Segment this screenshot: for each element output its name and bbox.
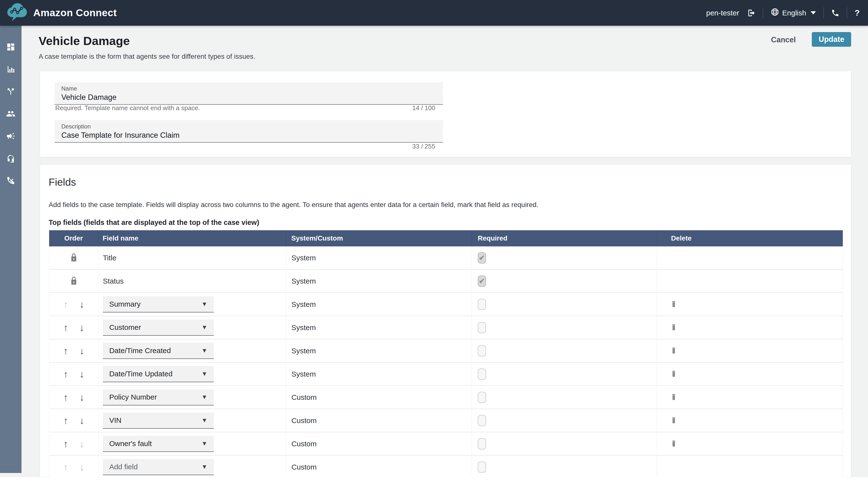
field-select[interactable]: Date/Time Created ▼: [103, 343, 214, 359]
delete-icon[interactable]: [671, 416, 677, 425]
move-down-icon[interactable]: ↓: [80, 346, 84, 356]
delete-icon[interactable]: [671, 439, 677, 448]
move-down-icon: ↓: [80, 439, 84, 449]
column-header-order: Order: [49, 230, 98, 247]
table-row-summary: ↑ ↓ Summary ▼ System: [49, 293, 843, 316]
move-down-icon[interactable]: ↓: [80, 393, 84, 402]
sidebar: [0, 26, 22, 473]
sidebar-item-users[interactable]: [6, 109, 16, 118]
table-row-owners-fault: ↑ ↓ Owner's fault ▼ Custom: [49, 432, 843, 456]
move-down-icon[interactable]: ↓: [80, 416, 84, 426]
table-row-customer: ↑ ↓ Customer ▼ System: [49, 316, 843, 339]
system-custom-label: System: [291, 277, 316, 285]
select-caret-icon: ▼: [202, 440, 208, 447]
table-row-vin: ↑ ↓ VIN ▼ Custom: [49, 409, 843, 432]
move-up-icon[interactable]: ↑: [63, 416, 68, 426]
sidebar-item-routing[interactable]: [6, 87, 16, 96]
table-row-date-time-created: ↑ ↓ Date/Time Created ▼ System: [49, 339, 843, 363]
description-char-counter: 33 / 255: [412, 143, 435, 150]
required-checkbox[interactable]: [478, 392, 486, 403]
app-header: Amazon Connect pen-tester English: [0, 0, 868, 26]
system-custom-label: System: [291, 347, 316, 355]
globe-icon: [771, 7, 779, 18]
delete-icon[interactable]: [671, 300, 677, 309]
field-name-label: Status: [103, 277, 124, 285]
select-caret-icon: ▼: [202, 463, 208, 470]
select-caret-icon: ▼: [202, 301, 208, 308]
field-select[interactable]: Customer ▼: [103, 319, 214, 336]
fields-card: Fields Add fields to the case template. …: [40, 164, 851, 477]
move-up-icon[interactable]: ↑: [63, 369, 68, 379]
move-up-icon[interactable]: ↑: [63, 393, 68, 402]
sidebar-item-metrics[interactable]: [6, 65, 16, 74]
sidebar-item-dashboard[interactable]: [6, 42, 16, 52]
move-up-icon[interactable]: ↑: [63, 439, 68, 449]
delete-icon[interactable]: [671, 346, 677, 355]
help-icon[interactable]: ?: [855, 8, 860, 18]
required-checkbox[interactable]: [478, 461, 486, 473]
field-select[interactable]: Owner's fault ▼: [103, 436, 214, 452]
sidebar-item-phone-calls[interactable]: [6, 176, 16, 185]
page-title: Vehicle Damage: [39, 34, 130, 48]
language-label: English: [782, 9, 806, 17]
brand-title: Amazon Connect: [33, 7, 117, 19]
required-checkbox[interactable]: [478, 299, 486, 310]
update-button[interactable]: Update: [812, 32, 851, 47]
delete-icon[interactable]: [671, 370, 677, 378]
lock-icon: [70, 276, 78, 286]
select-caret-icon: ▼: [202, 324, 208, 331]
system-custom-label: System: [291, 323, 316, 332]
move-up-icon[interactable]: ↑: [63, 323, 68, 333]
chevron-down-icon: [811, 11, 816, 15]
required-checkbox[interactable]: [478, 415, 486, 426]
field-name-label: Title: [103, 254, 117, 262]
table-row-policy-number: ↑ ↓ Policy Number ▼ Custom: [49, 386, 843, 409]
field-select[interactable]: Policy Number ▼: [103, 389, 214, 405]
move-up-icon[interactable]: ↑: [63, 346, 68, 356]
top-fields-label: Top fields (fields that are displayed at…: [49, 219, 259, 227]
name-helper-text: Required. Template name cannot end with …: [55, 104, 200, 112]
app-body: Vehicle Damage A case template is the fo…: [0, 26, 868, 477]
cancel-button[interactable]: Cancel: [771, 35, 796, 44]
required-checkbox[interactable]: [478, 368, 486, 380]
username-label: pen-tester: [706, 9, 739, 17]
header-divider: [763, 7, 763, 19]
field-select[interactable]: Summary ▼: [103, 296, 214, 312]
system-custom-label: Custom: [291, 393, 316, 401]
add-field-select[interactable]: Add field ▼: [103, 459, 214, 475]
move-down-icon[interactable]: ↓: [80, 323, 84, 333]
move-up-icon: ↑: [63, 300, 68, 309]
sidebar-item-announcements[interactable]: [6, 132, 16, 141]
table-row-add-field: ↑ ↓ Add field ▼ Custom: [49, 456, 843, 477]
field-select[interactable]: VIN ▼: [103, 413, 214, 429]
phone-icon[interactable]: [831, 9, 839, 17]
select-caret-icon: ▼: [202, 370, 208, 377]
delete-icon[interactable]: [671, 393, 677, 402]
system-custom-label: System: [291, 254, 316, 262]
sidebar-item-agent-headset[interactable]: [6, 154, 16, 163]
required-checkbox[interactable]: [478, 345, 486, 357]
delete-icon[interactable]: [671, 323, 677, 332]
language-menu[interactable]: English: [771, 7, 816, 18]
table-row-date-time-updated: ↑ ↓ Date/Time Updated ▼ System: [49, 363, 843, 386]
logout-icon[interactable]: [747, 8, 755, 18]
name-input[interactable]: [55, 82, 443, 105]
system-custom-label: System: [291, 300, 316, 309]
field-select[interactable]: Date/Time Updated ▼: [103, 366, 214, 382]
column-header-delete: Delete: [657, 230, 843, 247]
required-checkbox: [478, 276, 486, 287]
system-custom-label: System: [291, 370, 316, 378]
required-checkbox[interactable]: [478, 438, 486, 450]
page-subtitle: A case template is the form that agents …: [39, 53, 255, 60]
template-details-card: Name Required. Template name cannot end …: [40, 71, 851, 157]
system-custom-label: Custom: [291, 440, 316, 448]
required-checkbox[interactable]: [478, 322, 486, 333]
move-down-icon[interactable]: ↓: [80, 369, 84, 379]
fields-table: Order Field name System/Custom Required …: [49, 230, 843, 477]
fields-section-title: Fields: [49, 176, 76, 188]
description-input[interactable]: [55, 120, 443, 143]
move-down-icon[interactable]: ↓: [80, 300, 84, 309]
system-custom-label: Custom: [291, 463, 316, 471]
column-header-required: Required: [472, 230, 657, 247]
fields-section-description: Add fields to the case template. Fields …: [49, 201, 538, 209]
